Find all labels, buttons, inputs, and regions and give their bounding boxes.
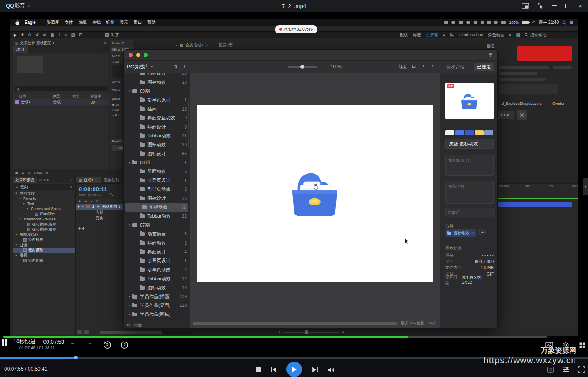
- remove-tag-icon[interactable]: ×: [471, 231, 474, 235]
- close-traffic-light[interactable]: [129, 53, 133, 57]
- layer-duration-bar[interactable]: [495, 202, 572, 207]
- slider-knob[interactable]: [300, 65, 304, 69]
- tags-field[interactable]: 添加标签 (T): [445, 155, 494, 176]
- label-color-chip[interactable]: [86, 205, 90, 208]
- preset-tree-row[interactable]: 径向阴影: [13, 258, 75, 263]
- ae-tool-pen-icon[interactable]: ◇: [64, 33, 68, 37]
- video-toggle-icon[interactable]: ◉: [78, 200, 81, 203]
- menu-item[interactable]: Eagle: [25, 20, 36, 25]
- video-frame[interactable]: Eagle 资源库 文件 编辑 查找 标签 显示 窗口 帮助 100% ◠ 周一…: [10, 19, 578, 336]
- playlist-drawer-toggle[interactable]: ◂: [583, 178, 588, 195]
- ae-fx-controls-tab[interactable]: 效果控件 形状图层 1: [20, 40, 55, 46]
- step-forward-icon[interactable]: →: [88, 339, 93, 345]
- ae-workspace-tab[interactable]: UI interaction: [459, 33, 483, 37]
- caret-icon[interactable]: ▾: [18, 197, 22, 200]
- ae-tool-puppet-icon[interactable]: ⊞: [79, 33, 82, 37]
- motion-radio[interactable]: ○ Do: [112, 108, 119, 111]
- actual-size-button[interactable]: 1:1: [399, 64, 407, 69]
- easecopy-help-button[interactable]: ?: [113, 153, 114, 157]
- siri-icon[interactable]: [570, 21, 573, 24]
- preset-tree-row[interactable]: ▾ Presets: [13, 196, 75, 201]
- eagle-titlebar[interactable]: [124, 50, 497, 61]
- ae-project-search[interactable]: [15, 86, 108, 91]
- ae-search-help[interactable]: 搜索帮助: [525, 32, 547, 38]
- sidebar-folder-row[interactable]: 图标设计 85: [124, 149, 190, 158]
- tray-icon[interactable]: [459, 21, 463, 24]
- graph-editor-icon[interactable]: [84, 330, 89, 334]
- menu-item[interactable]: 编辑: [79, 20, 87, 25]
- color-swatch[interactable]: [455, 130, 464, 135]
- ae-tool-pan-icon[interactable]: ▦: [50, 33, 54, 37]
- preset-tree-row[interactable]: ▾ Transitions - Wipes: [13, 217, 75, 222]
- keyframe-icons[interactable]: ◆◆: [78, 226, 84, 230]
- ae-workspace-tab[interactable]: 默认: [400, 32, 408, 38]
- ae-script-tab[interactable]: Overlor: [552, 101, 565, 106]
- tray-icon[interactable]: [494, 21, 498, 24]
- preset-tree-row[interactable]: ▾ Text: [13, 201, 75, 206]
- menu-item[interactable]: 帮助: [147, 20, 156, 25]
- caret-icon[interactable]: ▾: [128, 161, 132, 164]
- caret-icon[interactable]: ▾: [18, 218, 22, 221]
- toggle-switches-icon[interactable]: [77, 330, 82, 334]
- ae-bpc-label[interactable]: 8 bpc: [34, 171, 43, 175]
- zoom-traffic-light[interactable]: [144, 53, 148, 57]
- sidebar-folder-row[interactable]: 引导页设计 1: [124, 256, 190, 265]
- sidebar-folder-row[interactable]: Tabbar动效 21: [124, 132, 190, 140]
- next-item-icon[interactable]: ›: [432, 63, 433, 69]
- ae-tool-type-icon[interactable]: T: [58, 33, 61, 37]
- canvas-hscrollbar[interactable]: [193, 322, 397, 325]
- note-field[interactable]: 添加注释: [445, 181, 494, 204]
- sidebar-folder-row[interactable]: 图标动效 26: [124, 140, 190, 149]
- caret-icon[interactable]: ▸: [128, 304, 132, 307]
- menubar-clock[interactable]: 周一 21:40: [539, 20, 559, 25]
- rewind-5s-button[interactable]: 5: [103, 340, 112, 349]
- menu-item[interactable]: 资源库: [47, 20, 59, 25]
- gif-settings-gear-button[interactable]: [517, 110, 527, 120]
- ae-workspace-menu-icon[interactable]: ≡: [443, 33, 445, 37]
- caret-icon[interactable]: ▾: [15, 254, 18, 257]
- thumbnail-size-slider[interactable]: [288, 66, 317, 68]
- menu-item[interactable]: 窗口: [134, 20, 142, 25]
- sidebar-folder-row[interactable]: Tabbar动效 12: [124, 274, 190, 283]
- render-icon[interactable]: ▣: [15, 171, 18, 175]
- caret-icon[interactable]: ▾: [22, 202, 25, 205]
- sidebar-folder-row[interactable]: ▸ 学员作品(图标): [124, 310, 190, 319]
- category-tag[interactable]: 图标动效 ×: [445, 229, 476, 237]
- wifi-icon[interactable]: ◠: [532, 20, 535, 25]
- tab-selected[interactable]: 已选定: [474, 63, 494, 71]
- boss-key-grid-icon[interactable]: [579, 342, 585, 349]
- sidebar-folder-row[interactable]: 界面动效 6: [124, 167, 190, 176]
- volume-button[interactable]: [327, 367, 335, 373]
- sidebar-folder-row[interactable]: 界面设计 8: [124, 122, 190, 131]
- tray-icon[interactable]: [487, 21, 491, 24]
- ae-project-row[interactable]: 合成1 合成 30: [13, 99, 110, 105]
- sidebar-folder-row[interactable]: 界面交互动效 9: [124, 114, 190, 122]
- panel-menu-icon[interactable]: ≡: [104, 41, 106, 45]
- timeline-timecode[interactable]: 0:00:00:11: [79, 186, 107, 192]
- fit-view-icon[interactable]: ⊡: [412, 63, 416, 69]
- column-header[interactable]: 大小: [72, 94, 91, 99]
- apple-logo-icon[interactable]: [15, 20, 19, 25]
- add-category-button[interactable]: +: [479, 229, 486, 235]
- sidebar-folder-row[interactable]: ▾ 08期 1: [124, 158, 190, 167]
- solo-icon[interactable]: ●: [91, 200, 92, 203]
- ae-workspace-overflow-icon[interactable]: »: [509, 33, 512, 37]
- lock-icon[interactable]: ⊘: [96, 200, 99, 203]
- tray-icon[interactable]: [501, 21, 506, 24]
- presets-search-field[interactable]: 径向 ×: [14, 184, 74, 190]
- sidebar-folder-row[interactable]: 引导页设计 1: [124, 176, 190, 185]
- preset-tree-row[interactable]: 径向擦除-顶部: [13, 227, 75, 232]
- sidebar-folder-row[interactable]: 图标设计 25: [124, 194, 190, 202]
- previous-button[interactable]: [270, 366, 277, 373]
- ae-comp-viewer-tab[interactable]: × ▦ 合成 合成1 ≡: [175, 43, 208, 48]
- stop-button[interactable]: [256, 367, 261, 372]
- ae-tool-hand-icon[interactable]: ✚: [21, 33, 24, 37]
- caret-icon[interactable]: ▾: [26, 207, 29, 210]
- clear-search-icon[interactable]: ×: [70, 185, 72, 189]
- audio-toggle-icon[interactable]: ◀: [84, 200, 86, 203]
- ae-tool-rotate-icon[interactable]: ↺: [35, 33, 38, 37]
- inner-progress-track[interactable]: [3, 336, 547, 338]
- mini-mode-icon[interactable]: [522, 3, 529, 9]
- sidebar-folder-row[interactable]: 插画 12: [124, 105, 190, 114]
- color-swatch[interactable]: [475, 130, 484, 135]
